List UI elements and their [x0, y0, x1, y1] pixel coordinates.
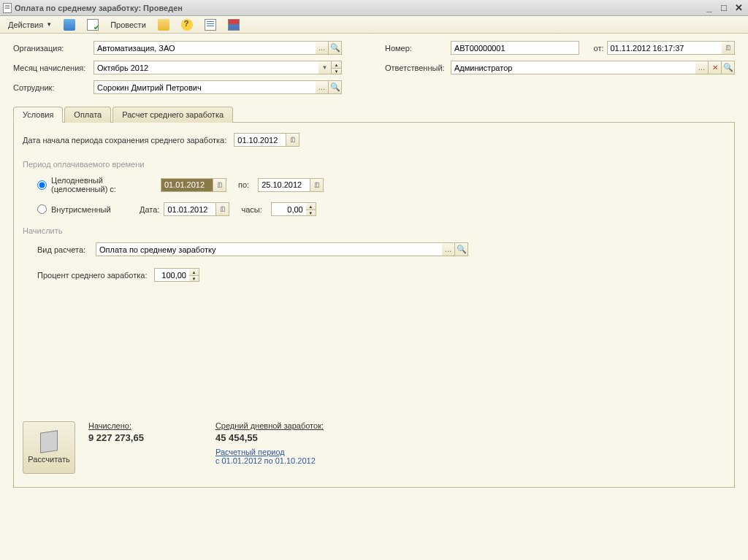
avg-label: Средний дневной заработок: — [215, 421, 324, 430]
emp-label: Сотрудник: — [13, 83, 94, 92]
resp-label: Ответственный: — [385, 64, 451, 72]
post-doc-button[interactable] — [82, 17, 104, 33]
calc-type-input[interactable] — [96, 242, 442, 256]
dropdown-button[interactable]: ▼ — [318, 61, 332, 74]
search-icon[interactable]: 🔍 — [329, 80, 342, 94]
start-date-input[interactable] — [234, 133, 286, 147]
hours-label: часы: — [241, 205, 262, 214]
num-input[interactable] — [451, 41, 579, 55]
post-label: Провести — [110, 20, 146, 29]
document-icon — [3, 3, 12, 13]
emp-input[interactable] — [94, 80, 316, 94]
row-calc-type: Вид расчета: … 🔍 — [37, 242, 725, 256]
hours-input[interactable] — [271, 202, 306, 216]
calc-type-label: Вид расчета: — [37, 245, 96, 254]
grid-icon — [228, 19, 240, 31]
tab-avg-calc[interactable]: Расчет среднего заработка — [112, 107, 233, 123]
calendar-icon[interactable]: 🗓 — [213, 178, 226, 192]
row-percent: Процент среднего заработка: ▲ ▼ — [37, 268, 725, 282]
num-label: Номер: — [385, 44, 451, 53]
calculate-label: Рассчитать — [28, 455, 69, 464]
period-from-input[interactable] — [161, 178, 213, 192]
period-title: Период оплачиваемого времени — [23, 160, 725, 169]
save-icon — [64, 19, 75, 31]
fullday-radio[interactable] — [37, 180, 47, 190]
org-label: Организация: — [13, 44, 94, 53]
accrue-title: Начислить — [23, 226, 725, 235]
search-icon[interactable]: 🔍 — [722, 61, 735, 74]
clear-button[interactable]: ✕ — [709, 61, 722, 74]
fullday-label: Целодневный (целосменный) с: — [51, 176, 161, 193]
month-label: Месяц начисления: — [13, 64, 94, 72]
period-to-input[interactable] — [258, 178, 310, 192]
accrued-label: Начислено: — [88, 421, 144, 430]
spin-up-button[interactable]: ▲ — [332, 61, 342, 68]
content-area: Организация: … 🔍 Месяц начисления: ▼ ▲ — [0, 34, 748, 560]
row-organization: Организация: … 🔍 — [13, 41, 363, 55]
list-button[interactable] — [199, 17, 221, 33]
search-icon[interactable]: 🔍 — [455, 242, 468, 256]
tabs: Условия Оплата Расчет среднего заработка — [13, 106, 735, 123]
list-icon — [205, 19, 216, 31]
select-button[interactable]: … — [442, 242, 455, 256]
window-title: Оплата по среднему заработку: Проведен — [15, 4, 183, 12]
spin-down-button[interactable]: ▼ — [306, 210, 316, 216]
row-number: Номер: от: 🗓 — [385, 41, 735, 55]
actions-menu[interactable]: Действия ▼ — [3, 18, 57, 31]
intrashift-date-input[interactable] — [164, 202, 216, 216]
spin-up-button[interactable]: ▲ — [306, 202, 316, 210]
tab-payment[interactable]: Оплата — [64, 107, 111, 123]
calendar-icon[interactable]: 🗓 — [216, 202, 229, 216]
calculator-icon — [40, 430, 58, 453]
from-label: от: — [585, 44, 604, 53]
calculate-button[interactable]: Рассчитать — [23, 421, 75, 474]
avg-value: 45 454,55 — [215, 432, 324, 443]
actions-label: Действия — [8, 20, 43, 29]
period-link[interactable]: Расчетный период — [215, 448, 324, 456]
select-button[interactable]: … — [316, 41, 329, 55]
calendar-icon[interactable]: 🗓 — [310, 178, 324, 192]
row-employee: Сотрудник: … 🔍 — [13, 80, 363, 94]
percent-input[interactable] — [154, 268, 189, 282]
accrued-value: 9 227 273,65 — [88, 432, 144, 443]
row-month: Месяц начисления: ▼ ▲ ▼ — [13, 61, 363, 74]
date-input[interactable] — [607, 41, 722, 55]
calendar-icon[interactable]: 🗓 — [722, 41, 735, 55]
close-button[interactable]: ✕ — [732, 2, 745, 14]
org-input[interactable] — [94, 41, 316, 55]
toolbar: Действия ▼ Провести — [0, 16, 748, 34]
select-button[interactable]: … — [695, 61, 709, 74]
titlebar: Оплата по среднему заработку: Проведен _… — [0, 0, 748, 16]
intrashift-label: Внутрисменный — [51, 205, 121, 214]
period-value: с 01.01.2012 по 01.10.2012 — [215, 456, 324, 465]
calendar-icon[interactable]: 🗓 — [286, 133, 299, 147]
post-doc-icon — [87, 19, 99, 31]
tab-conditions[interactable]: Условия — [13, 107, 63, 123]
maximize-button[interactable]: □ — [717, 2, 730, 14]
minimize-button[interactable]: _ — [703, 2, 716, 14]
grid-button[interactable] — [223, 17, 245, 33]
spin-down-button[interactable]: ▼ — [189, 275, 199, 282]
intrashift-date-label: Дата: — [140, 205, 159, 214]
save-button[interactable] — [58, 17, 80, 33]
search-icon[interactable]: 🔍 — [329, 41, 342, 55]
row-responsible: Ответственный: … ✕ 🔍 — [385, 61, 735, 74]
spin-down-button[interactable]: ▼ — [332, 68, 342, 74]
resp-input[interactable] — [451, 61, 695, 74]
period-to-label: по: — [238, 180, 249, 189]
scroll-button[interactable] — [153, 17, 175, 33]
tab-content-conditions: Дата начала периода сохранения среднего … — [13, 123, 735, 488]
help-icon — [181, 19, 193, 31]
month-input[interactable] — [94, 61, 318, 74]
intrashift-radio[interactable] — [37, 204, 47, 214]
help-button[interactable] — [176, 17, 198, 33]
spin-up-button[interactable]: ▲ — [189, 268, 199, 275]
scroll-icon — [158, 19, 169, 31]
row-fullday: Целодневный (целосменный) с: 🗓 по: 🗓 — [37, 176, 725, 193]
chevron-down-icon: ▼ — [46, 21, 52, 28]
percent-label: Процент среднего заработка: — [37, 271, 154, 280]
select-button[interactable]: … — [316, 80, 329, 94]
row-intrashift: Внутрисменный Дата: 🗓 часы: ▲ ▼ — [37, 202, 725, 216]
summary-area: Рассчитать Начислено: 9 227 273,65 Средн… — [23, 421, 324, 474]
post-button[interactable]: Провести — [105, 18, 151, 31]
